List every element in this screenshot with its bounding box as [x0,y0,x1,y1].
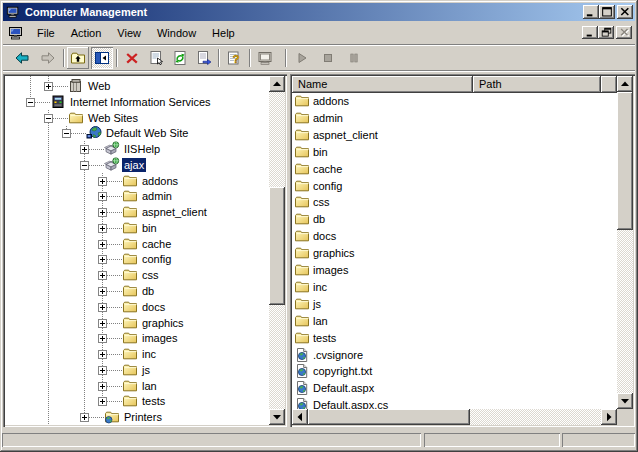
console-window-icon[interactable] [8,25,24,41]
tree-item-cache[interactable]: cache [140,237,173,251]
mdi-restore-button[interactable] [598,26,614,39]
folder-icon[interactable] [122,315,138,331]
list-item-images[interactable]: images [292,262,617,279]
tree-item-addons[interactable]: addons [140,174,180,188]
folder-icon[interactable] [122,299,138,315]
scroll-left-button[interactable] [292,409,308,425]
tree-item-config[interactable]: config [140,252,173,266]
list-item-bin[interactable]: bin [292,144,617,161]
tree-item-css[interactable]: css [140,268,161,282]
tree-item-default-web-site[interactable]: Default Web Site [104,126,190,140]
folder-icon[interactable] [122,393,138,409]
up-one-level-button[interactable] [67,47,89,69]
expand-toggle[interactable] [80,145,89,154]
list-item-css[interactable]: css [292,194,617,211]
list-vertical-scrollbar[interactable] [617,76,633,409]
expand-toggle[interactable] [98,366,107,375]
maximize-button[interactable] [599,5,615,19]
catalog-icon[interactable] [68,78,84,94]
folder-icon[interactable] [122,220,138,236]
tree-item-aspnet-client[interactable]: aspnet_client [140,205,209,219]
expand-toggle[interactable] [98,334,107,343]
expand-toggle[interactable] [98,192,107,201]
folder-icon[interactable] [122,267,138,283]
virtual-directory-icon[interactable] [104,141,120,157]
scroll-up-button[interactable] [269,76,285,92]
list-item-default-aspx[interactable]: Default.aspx [292,380,617,397]
web-folder-icon[interactable] [104,409,120,425]
scroll-right-button[interactable] [601,409,617,425]
list-item-inc[interactable]: inc [292,279,617,296]
tree-item-docs[interactable]: docs [140,300,167,314]
tree-item-admin[interactable]: admin [140,189,174,203]
tree-item-graphics[interactable]: graphics [140,316,186,330]
list-item-js[interactable]: js [292,296,617,313]
web-site-icon[interactable] [86,125,102,141]
menu-action[interactable]: Action [63,22,110,44]
list-item-config[interactable]: config [292,178,617,195]
tree-item-bin[interactable]: bin [140,221,159,235]
list-item-default-aspx-cs[interactable]: Default.aspx.cs [292,397,617,409]
expand-toggle[interactable] [98,303,107,312]
expand-toggle[interactable] [98,255,107,264]
menu-help[interactable]: Help [204,22,243,44]
tree-item-inc[interactable]: inc [140,347,158,361]
close-button[interactable] [617,5,633,19]
list-item-tests[interactable]: tests [292,330,617,347]
list-item-graphics[interactable]: graphics [292,245,617,262]
list-item-admin[interactable]: admin [292,110,617,127]
expand-toggle[interactable] [44,82,53,91]
help-button[interactable]: ? [223,47,245,69]
folder-icon[interactable] [122,188,138,204]
properties-button[interactable] [145,47,167,69]
list-horizontal-scrollbar[interactable] [292,409,617,425]
tree-item-images[interactable]: images [140,331,179,345]
tree-item-web-sites[interactable]: Web Sites [86,111,140,125]
folder-icon[interactable] [122,173,138,189]
delete-button[interactable] [121,47,143,69]
column-header-name[interactable]: Name [292,76,473,93]
expand-toggle[interactable] [98,177,107,186]
tree-item-js[interactable]: js [140,363,152,377]
refresh-button[interactable] [169,47,191,69]
list-item-aspnet-client[interactable]: aspnet_client [292,127,617,144]
expand-toggle[interactable] [80,413,89,422]
minimize-button[interactable] [583,5,599,19]
expand-toggle[interactable] [98,397,107,406]
expand-toggle[interactable] [98,382,107,391]
tree-item-db[interactable]: db [140,284,156,298]
scroll-down-button[interactable] [617,393,633,409]
folder-icon[interactable] [122,378,138,394]
scroll-thumb[interactable] [308,409,470,425]
folder-icon[interactable] [122,283,138,299]
tree-item-internet-information-services[interactable]: Internet Information Services [68,95,213,109]
tree-item-printers[interactable]: Printers [122,410,164,424]
scroll-thumb[interactable] [269,187,285,305]
tree-item-iishelp[interactable]: IISHelp [122,142,162,156]
expand-toggle[interactable] [98,287,107,296]
expand-toggle[interactable] [98,208,107,217]
tree-item-ajax[interactable]: ajax [122,158,146,172]
tree-item-lan[interactable]: lan [140,379,159,393]
list-item-addons[interactable]: addons [292,93,617,110]
folder-icon[interactable] [122,362,138,378]
virtual-directory-icon[interactable] [104,157,120,173]
folder-icon[interactable] [68,110,84,126]
menu-view[interactable]: View [109,22,149,44]
list-item--cvsignore[interactable]: .cvsignore [292,347,617,364]
collapse-toggle[interactable] [26,98,35,107]
folder-icon[interactable] [122,251,138,267]
scroll-up-button[interactable] [617,76,633,92]
show-console-tree-button[interactable] [91,47,113,69]
list-item-db[interactable]: db [292,211,617,228]
list-item-cache[interactable]: cache [292,161,617,178]
folder-icon[interactable] [122,204,138,220]
folder-icon[interactable] [122,236,138,252]
scroll-thumb[interactable] [617,92,633,230]
expand-toggle[interactable] [98,319,107,328]
menu-window[interactable]: Window [149,22,204,44]
scroll-down-button[interactable] [269,409,285,425]
expand-toggle[interactable] [98,350,107,359]
folder-icon[interactable] [122,330,138,346]
column-header-path[interactable]: Path [473,76,601,93]
